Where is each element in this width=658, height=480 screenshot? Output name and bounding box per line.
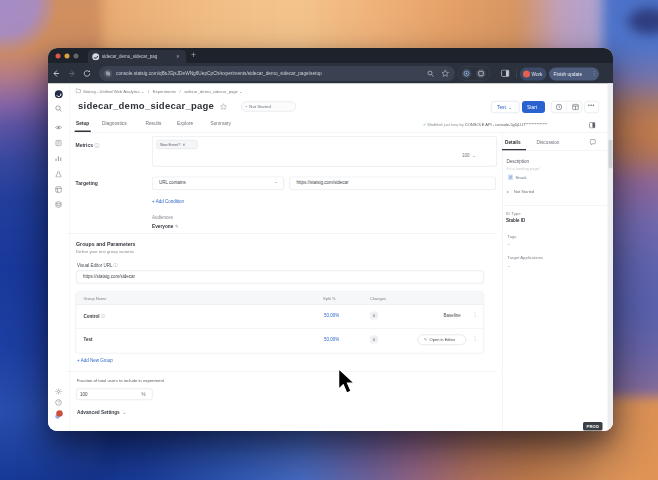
- svg-text:?: ?: [57, 400, 60, 405]
